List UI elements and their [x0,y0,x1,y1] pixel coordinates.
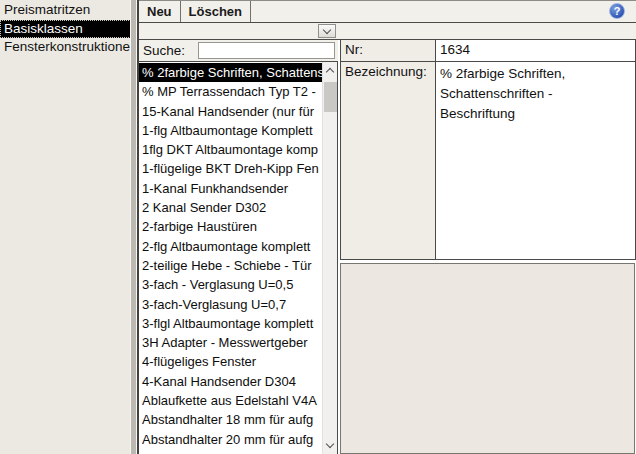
list-item[interactable]: 1-flügelige BKT Dreh-Kipp Fen [139,159,322,178]
sidebar-splitter[interactable] [130,0,137,454]
search-label: Suche: [143,43,185,58]
empty-detail-panel [340,263,635,454]
scroll-up-button[interactable] [323,62,337,79]
list-item[interactable]: 2-farbige Haustüren [139,217,322,236]
help-icon[interactable]: ? [609,3,625,19]
nr-label: Nr: [341,40,436,61]
list-item[interactable]: 2-teilige Hebe - Schiebe - Tür [139,256,322,275]
search-bar: Suche: [139,40,338,62]
new-button[interactable]: Neu [139,1,181,22]
delete-button[interactable]: Löschen [181,1,251,22]
sidebar-item-fensterkonstruktionen[interactable]: Fensterkonstruktionen [0,38,131,57]
detail-row-nr: Nr: 1634 [341,40,635,61]
chevron-up-icon [326,68,334,76]
list-item[interactable]: 3-fach-Verglasung U=0,7 [139,295,322,314]
scroll-down-button[interactable] [323,437,337,454]
list-item[interactable]: 4-flügeliges Fenster [139,352,322,371]
chevron-down-icon [323,25,331,33]
list-item[interactable]: Ablaufkette aus Edelstahl V4A [139,391,322,410]
bezeichnung-value-field[interactable]: % 2farbige Schriften, Schattenschriften … [436,62,635,259]
sidebar-item-basisklassen[interactable]: Basisklassen [0,20,131,39]
detail-row-bezeichnung: Bezeichnung: % 2farbige Schriften, Schat… [341,61,635,259]
list-item[interactable]: 1-Kanal Funkhandsender [139,179,322,198]
scrollbar-thumb[interactable] [324,82,337,112]
item-listbox: % 2farbige Schriften, Schattenschriften … [139,62,338,454]
list-item[interactable]: Abstandhalter 20 mm für aufg [139,430,322,449]
list-rows: % 2farbige Schriften, Schattenschriften … [139,63,322,454]
sidebar-item-preismatritzen[interactable]: Preismatritzen [0,1,131,20]
bezeichnung-label: Bezeichnung: [341,62,436,259]
list-item[interactable]: 4-Kanal Handsender D304 [139,372,322,391]
detail-form: Nr: 1634 Bezeichnung: % 2farbige Schrift… [340,39,636,260]
list-item[interactable]: 2-flg Altbaumontage komplett [139,237,322,256]
list-item[interactable]: 3-fach - Verglasung U=0,5 [139,275,322,294]
list-item[interactable]: Abstandhalter 24 mm für auf [139,449,322,454]
list-item[interactable]: % MP Terrassendach Typ T2 - [139,82,322,101]
category-sidebar: Preismatritzen Basisklassen Fensterkonst… [0,0,131,454]
list-item[interactable]: Abstandhalter 18 mm für aufg [139,410,322,429]
combobox-dropdown-button[interactable] [318,24,336,38]
filter-combobox[interactable] [139,23,636,40]
list-item[interactable]: % 2farbige Schriften, Schattenschriften … [139,63,322,82]
list-item[interactable]: 3H Adapter - Messwertgeber [139,333,322,352]
chevron-down-icon [326,440,334,448]
search-input[interactable] [198,42,335,59]
list-item[interactable]: 1flg DKT Altbaumontage komp [139,140,322,159]
list-scrollbar[interactable] [322,62,337,454]
list-item[interactable]: 2 Kanal Sender D302 [139,198,322,217]
list-item[interactable]: 1-flg Altbaumontage Komplett [139,121,322,140]
nr-value-field[interactable]: 1634 [436,40,635,61]
toolbar: Neu Löschen [139,0,636,23]
list-item[interactable]: 3-flgl Altbaumontage komplett [139,314,322,333]
list-item[interactable]: 15-Kanal Handsender (nur für [139,102,322,121]
